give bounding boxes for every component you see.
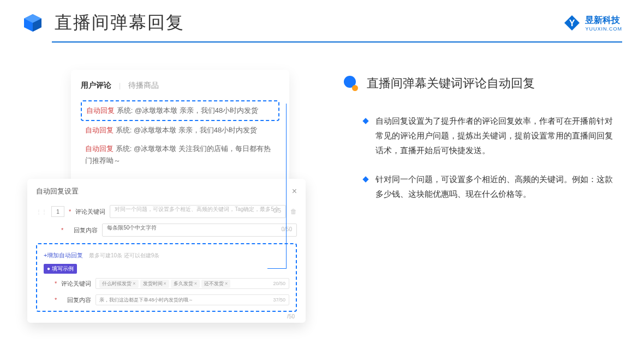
tag-chip: 还不发货×	[201, 280, 230, 288]
example-keyword-input[interactable]: 什么时候发货× 发货时间× 多久发货× 还不发货× 20/50	[96, 278, 289, 289]
content-count: 0/50	[282, 226, 292, 232]
keyword-label: 评论关键词	[75, 208, 105, 216]
comment-text-2: @冰墩墩本墩 亲亲，我们48小时内发货	[134, 126, 257, 134]
bullet-icon	[344, 76, 359, 91]
auto-reply-tag: 自动回复	[86, 106, 115, 114]
bullet-text-1: 自动回复设置为了提升作者的评论回复效率，作者可在开播前针对常见的评论用户问题，提…	[375, 113, 617, 158]
tag-close-icon[interactable]: ×	[194, 281, 197, 286]
required-icon: *	[61, 227, 63, 233]
system-prefix: 系统:	[116, 126, 132, 134]
tab-user-comments[interactable]: 用户评论	[81, 81, 111, 90]
required-icon: *	[55, 280, 57, 287]
example-badge: ● 填写示例	[44, 264, 77, 274]
system-prefix: 系统:	[117, 106, 133, 114]
auto-reply-tag: 自动回复	[85, 126, 114, 134]
keyword-placeholder: 对同一个问题，可设置多个相近、高频的关键词，Tag确定，最多5个	[115, 206, 279, 212]
page-title: 直播间弹幕回复	[55, 11, 184, 35]
tab-pending-products[interactable]: 待播商品	[128, 81, 159, 90]
comment-row-highlighted: 自动回复 系统: @冰墩墩本墩 亲亲，我们48小时内发货	[81, 100, 279, 121]
comment-text-1: @冰墩墩本墩 亲亲，我们48小时内发货	[135, 106, 258, 114]
connector-line	[286, 104, 287, 268]
add-auto-reply-link[interactable]: +增加自动回复	[44, 252, 83, 258]
comment-row: 自动回复 系统: @冰墩墩本墩 关注我们的店铺，每日都有热门推荐呦～	[81, 140, 279, 170]
required-icon: *	[69, 208, 71, 215]
content-input[interactable]: 每条限50个中文字符 0/50	[102, 224, 297, 237]
add-note: 最多可建10条 还可以创建9条	[89, 252, 159, 258]
drag-handle-icon[interactable]: ⋮⋮	[36, 209, 47, 215]
tag-close-icon[interactable]: ×	[164, 281, 166, 286]
tag-close-icon[interactable]: ×	[133, 281, 135, 286]
logo-text-main: 昱新科技	[585, 15, 622, 26]
brand-logo: Y 昱新科技 YUUXIN.COM	[563, 14, 622, 32]
example-keyword-label: 评论关键词	[61, 280, 91, 288]
example-content-label: 回复内容	[61, 296, 91, 304]
svg-text:Y: Y	[569, 19, 575, 28]
content-label: 回复内容	[68, 226, 98, 234]
connector-line	[267, 268, 287, 269]
logo-text-sub: YUUXIN.COM	[585, 26, 622, 32]
tag-chip: 发货时间×	[140, 280, 169, 288]
close-icon[interactable]: ×	[292, 186, 297, 196]
auto-reply-settings-modal: 自动回复设置 × ⋮⋮ * 评论关键词 对同一个问题，可设置多个相近、高频的关键…	[27, 179, 306, 323]
diamond-icon	[362, 176, 368, 182]
logo-icon: Y	[563, 14, 581, 32]
overflow-count: /50	[287, 313, 295, 319]
system-prefix: 系统:	[116, 144, 132, 153]
tag-chip: 什么时候发货×	[99, 280, 138, 288]
section-title: 直播间弹幕关键词评论自动回复	[367, 75, 535, 92]
tab-divider: |	[119, 82, 121, 89]
order-input[interactable]	[51, 206, 64, 217]
delete-icon[interactable]: 🗑	[290, 208, 297, 215]
keyword-count: 0/5	[273, 208, 281, 214]
comments-panel: 用户评论 | 待播商品 自动回复 系统: @冰墩墩本墩 亲亲，我们48小时内发货…	[71, 70, 289, 186]
content-placeholder: 每条限50个中文字符	[107, 225, 157, 231]
diamond-icon	[362, 118, 368, 124]
tag-chip: 多久发货×	[171, 280, 200, 288]
required-icon: *	[55, 297, 57, 303]
example-keyword-count: 20/50	[273, 281, 285, 286]
comment-row: 自动回复 系统: @冰墩墩本墩 亲亲，我们48小时内发货	[81, 121, 279, 140]
auto-reply-tag: 自动回复	[85, 144, 114, 153]
keyword-input[interactable]: 对同一个问题，可设置多个相近、高频的关键词，Tag确定，最多5个 0/5	[110, 205, 286, 218]
tag-close-icon[interactable]: ×	[225, 281, 228, 286]
example-section: +增加自动回复 最多可建10条 还可以创建9条 ● 填写示例 * 评论关键词 什…	[36, 243, 297, 312]
example-content-count: 37/50	[273, 297, 285, 303]
modal-title: 自动回复设置	[36, 186, 79, 196]
example-content-text: 亲，我们这边都是下单48小时内发货的哦～	[99, 297, 193, 304]
cube-icon	[22, 12, 44, 34]
example-content-input[interactable]: 亲，我们这边都是下单48小时内发货的哦～ 37/50	[96, 294, 289, 305]
bullet-text-2: 针对同一个问题，可设置多个相近的、高频的关键词。例如：这款多少钱、这块能优惠吗、…	[375, 172, 617, 201]
